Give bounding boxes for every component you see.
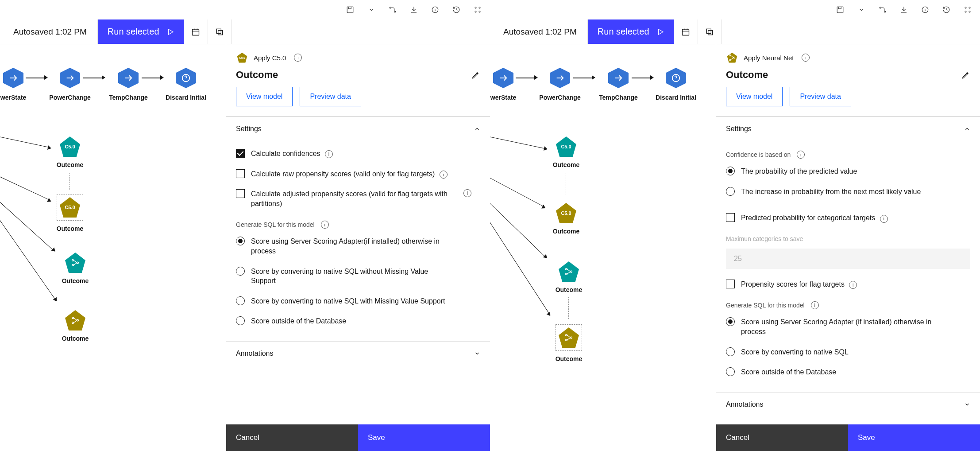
- autosave-status: Autosaved 1:02 PM: [0, 19, 98, 44]
- svg-point-5: [479, 7, 480, 8]
- node-hex-icon[interactable]: [176, 68, 196, 88]
- cancel-button[interactable]: Cancel: [716, 424, 848, 451]
- radio-prob-increase[interactable]: [726, 187, 735, 196]
- cancel-button[interactable]: Cancel: [226, 424, 358, 451]
- radio-sql-native-nomv[interactable]: [236, 267, 245, 276]
- info-icon[interactable]: i: [797, 151, 805, 159]
- info-icon[interactable]: i: [440, 171, 448, 179]
- node-hex-icon[interactable]: [60, 68, 80, 88]
- save-icon[interactable]: [346, 5, 355, 14]
- checkbox-label: Calculate raw propensity scores (valid o…: [251, 169, 480, 179]
- radio-sql-native[interactable]: [726, 347, 735, 356]
- node-c50-icon[interactable]: C5.0: [556, 136, 576, 157]
- radio-label: The increase in probability from the nex…: [741, 187, 970, 197]
- save-icon[interactable]: [836, 5, 845, 14]
- autosave-status: Autosaved 1:02 PM: [490, 19, 588, 44]
- preview-data-button[interactable]: Preview data: [300, 87, 361, 106]
- download-icon[interactable]: [899, 5, 908, 14]
- checkbox-label: Propensity scores for flag targets i: [741, 280, 970, 289]
- copy-button[interactable]: [698, 19, 722, 44]
- node-neural-model-icon[interactable]: [559, 327, 579, 348]
- flow-canvas[interactable]: werState PowerChange TempChange Discard …: [490, 44, 716, 451]
- node-hex-icon[interactable]: [493, 68, 513, 88]
- flow-canvas[interactable]: werState PowerChange TempChange Discard …: [0, 44, 226, 451]
- node-label: Discard Initial: [656, 94, 696, 101]
- node-neural-icon[interactable]: [559, 261, 579, 282]
- node-c50-model-icon[interactable]: C5.0: [60, 197, 80, 218]
- checkbox-raw-propensity[interactable]: [236, 169, 245, 178]
- radio-sql-adapter[interactable]: [236, 237, 245, 245]
- checkbox-predicted-prob[interactable]: [726, 213, 735, 222]
- info-icon[interactable]: i: [463, 189, 471, 197]
- node-neural-model-icon[interactable]: [65, 310, 85, 330]
- info-icon[interactable]: i: [321, 221, 329, 229]
- view-model-button[interactable]: View model: [236, 87, 293, 106]
- flow-icon[interactable]: [878, 5, 887, 14]
- node-neural-icon[interactable]: [65, 253, 85, 273]
- subheading: Generate SQL for this model i: [236, 214, 480, 231]
- copy-button[interactable]: [208, 19, 232, 44]
- info-circle-icon[interactable]: [921, 5, 930, 14]
- radio-sql-outside[interactable]: [726, 367, 735, 376]
- annotations-header[interactable]: Annotations: [226, 342, 490, 365]
- node-hex-icon[interactable]: [118, 68, 139, 88]
- save-button[interactable]: Save: [848, 424, 980, 451]
- node-hex-icon[interactable]: [608, 68, 629, 88]
- preview-data-button[interactable]: Preview data: [790, 87, 851, 106]
- info-circle-icon[interactable]: [431, 5, 440, 14]
- node-label: Outcome: [57, 225, 84, 232]
- svg-rect-28: [683, 29, 689, 35]
- subheading: Confidence is based on i: [726, 144, 970, 161]
- checkbox-confidences[interactable]: [236, 149, 245, 158]
- svg-point-12: [72, 260, 74, 261]
- calendar-button[interactable]: [674, 19, 698, 44]
- checkbox-label: Calculate adjusted propensity scores (va…: [251, 189, 455, 208]
- node-c50-model-icon[interactable]: C5.0: [556, 203, 576, 223]
- info-icon[interactable]: i: [849, 281, 857, 289]
- play-icon: [656, 28, 664, 36]
- view-model-button[interactable]: View model: [726, 87, 783, 106]
- grid-icon[interactable]: [473, 5, 482, 14]
- run-label: Run selected: [598, 27, 649, 37]
- info-icon[interactable]: i: [811, 301, 819, 309]
- svg-point-34: [571, 271, 572, 272]
- calendar-button[interactable]: [184, 19, 208, 44]
- radio-prob-predicted[interactable]: [726, 167, 735, 175]
- radio-sql-outside[interactable]: [236, 316, 245, 325]
- radio-sql-native-mv[interactable]: [236, 296, 245, 305]
- node-hex-icon[interactable]: [3, 68, 23, 88]
- chevron-down-icon: [474, 350, 480, 357]
- annotations-header[interactable]: Annotations: [716, 393, 980, 416]
- chevron-down-icon[interactable]: [367, 5, 376, 14]
- flow-icon[interactable]: [388, 5, 397, 14]
- info-icon[interactable]: i: [802, 54, 810, 62]
- info-icon[interactable]: i: [294, 54, 302, 62]
- checkbox-adj-propensity[interactable]: [236, 189, 245, 198]
- history-icon[interactable]: [452, 5, 461, 14]
- edit-icon[interactable]: [961, 70, 970, 79]
- grid-icon[interactable]: [963, 5, 972, 14]
- node-c50-icon[interactable]: C5.0: [60, 136, 80, 157]
- svg-point-14: [77, 262, 79, 264]
- svg-rect-10: [218, 30, 223, 35]
- selected-node[interactable]: [556, 324, 582, 351]
- info-icon[interactable]: i: [880, 215, 888, 223]
- svg-point-21: [880, 7, 881, 8]
- info-icon[interactable]: i: [325, 150, 333, 158]
- save-button[interactable]: Save: [358, 424, 490, 451]
- edit-icon[interactable]: [471, 70, 480, 79]
- history-icon[interactable]: [942, 5, 951, 14]
- settings-header[interactable]: Settings: [716, 117, 980, 141]
- svg-point-25: [969, 7, 970, 8]
- node-hex-icon[interactable]: [550, 68, 570, 88]
- download-icon[interactable]: [409, 5, 418, 14]
- node-hex-icon[interactable]: [666, 68, 686, 88]
- settings-header[interactable]: Settings: [226, 117, 490, 141]
- run-selected-button[interactable]: Run selected: [98, 19, 184, 44]
- run-selected-button[interactable]: Run selected: [588, 19, 674, 44]
- radio-sql-adapter[interactable]: [726, 317, 735, 326]
- selected-node[interactable]: C5.0: [57, 194, 83, 221]
- chevron-down-icon[interactable]: [857, 5, 866, 14]
- node-label: PowerChange: [49, 94, 90, 101]
- checkbox-propensity-flag[interactable]: [726, 280, 735, 288]
